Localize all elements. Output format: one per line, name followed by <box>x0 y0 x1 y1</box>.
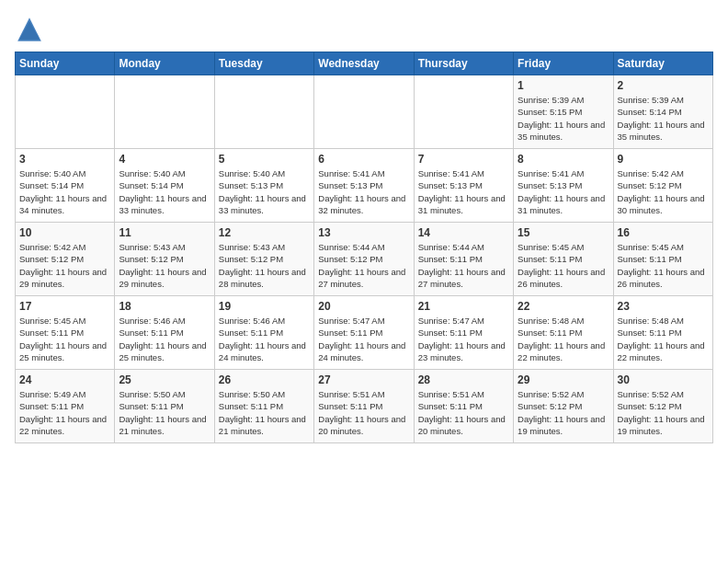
day-info: Sunrise: 5:48 AM Sunset: 5:11 PM Dayligh… <box>618 315 709 363</box>
calendar-cell: 26Sunrise: 5:50 AM Sunset: 5:11 PM Dayli… <box>214 370 313 443</box>
day-number: 4 <box>119 153 210 166</box>
calendar-cell <box>16 75 115 149</box>
calendar-cell: 13Sunrise: 5:44 AM Sunset: 5:12 PM Dayli… <box>314 223 414 296</box>
day-number: 6 <box>318 153 409 166</box>
logo <box>15 15 48 44</box>
day-info: Sunrise: 5:41 AM Sunset: 5:13 PM Dayligh… <box>418 167 509 216</box>
week-row-5: 24Sunrise: 5:49 AM Sunset: 5:11 PM Dayli… <box>16 370 713 443</box>
day-number: 29 <box>518 373 609 386</box>
calendar-cell: 6Sunrise: 5:41 AM Sunset: 5:13 PM Daylig… <box>314 149 414 223</box>
day-info: Sunrise: 5:39 AM Sunset: 5:15 PM Dayligh… <box>518 94 609 143</box>
calendar-cell: 12Sunrise: 5:43 AM Sunset: 5:12 PM Dayli… <box>214 223 313 296</box>
calendar-cell: 19Sunrise: 5:46 AM Sunset: 5:11 PM Dayli… <box>214 296 313 370</box>
column-header-friday: Friday <box>514 52 613 75</box>
calendar-cell: 21Sunrise: 5:47 AM Sunset: 5:11 PM Dayli… <box>414 296 513 370</box>
calendar-cell: 29Sunrise: 5:52 AM Sunset: 5:12 PM Dayli… <box>514 370 613 443</box>
calendar-cell: 11Sunrise: 5:43 AM Sunset: 5:12 PM Dayli… <box>115 223 214 296</box>
day-info: Sunrise: 5:44 AM Sunset: 5:12 PM Dayligh… <box>318 241 409 290</box>
column-header-sunday: Sunday <box>16 52 115 75</box>
day-number: 8 <box>518 153 609 166</box>
day-number: 21 <box>418 300 509 313</box>
day-info: Sunrise: 5:46 AM Sunset: 5:11 PM Dayligh… <box>219 315 310 363</box>
calendar-cell: 25Sunrise: 5:50 AM Sunset: 5:11 PM Dayli… <box>115 370 214 443</box>
week-row-2: 3Sunrise: 5:40 AM Sunset: 5:14 PM Daylig… <box>16 149 713 223</box>
day-info: Sunrise: 5:49 AM Sunset: 5:11 PM Dayligh… <box>19 388 110 437</box>
day-number: 2 <box>618 79 709 92</box>
calendar-cell <box>414 75 513 149</box>
day-info: Sunrise: 5:52 AM Sunset: 5:12 PM Dayligh… <box>618 388 709 437</box>
day-info: Sunrise: 5:42 AM Sunset: 5:12 PM Dayligh… <box>19 241 110 290</box>
calendar-cell: 3Sunrise: 5:40 AM Sunset: 5:14 PM Daylig… <box>16 149 115 223</box>
day-number: 28 <box>418 373 509 386</box>
day-info: Sunrise: 5:41 AM Sunset: 5:13 PM Dayligh… <box>518 167 609 216</box>
day-number: 24 <box>19 373 110 386</box>
calendar-cell: 14Sunrise: 5:44 AM Sunset: 5:11 PM Dayli… <box>414 223 513 296</box>
calendar-cell: 7Sunrise: 5:41 AM Sunset: 5:13 PM Daylig… <box>414 149 513 223</box>
calendar-cell: 23Sunrise: 5:48 AM Sunset: 5:11 PM Dayli… <box>613 296 712 370</box>
day-number: 20 <box>318 300 409 313</box>
day-info: Sunrise: 5:52 AM Sunset: 5:12 PM Dayligh… <box>518 388 609 437</box>
calendar-cell <box>115 75 214 149</box>
day-info: Sunrise: 5:45 AM Sunset: 5:11 PM Dayligh… <box>19 315 110 363</box>
day-number: 5 <box>219 153 310 166</box>
calendar-table: SundayMondayTuesdayWednesdayThursdayFrid… <box>15 52 713 443</box>
day-info: Sunrise: 5:42 AM Sunset: 5:12 PM Dayligh… <box>618 167 709 216</box>
day-number: 13 <box>318 226 409 239</box>
day-number: 26 <box>219 373 310 386</box>
day-info: Sunrise: 5:50 AM Sunset: 5:11 PM Dayligh… <box>119 388 210 437</box>
column-header-saturday: Saturday <box>613 52 712 75</box>
day-number: 16 <box>618 226 709 239</box>
day-info: Sunrise: 5:44 AM Sunset: 5:11 PM Dayligh… <box>418 241 509 290</box>
page-header <box>15 15 713 44</box>
day-info: Sunrise: 5:40 AM Sunset: 5:14 PM Dayligh… <box>19 167 110 216</box>
day-number: 22 <box>518 300 609 313</box>
day-number: 7 <box>418 153 509 166</box>
calendar-cell: 1Sunrise: 5:39 AM Sunset: 5:15 PM Daylig… <box>514 75 613 149</box>
day-number: 17 <box>19 300 110 313</box>
day-info: Sunrise: 5:47 AM Sunset: 5:11 PM Dayligh… <box>418 315 509 363</box>
day-info: Sunrise: 5:39 AM Sunset: 5:14 PM Dayligh… <box>618 94 709 143</box>
calendar-cell: 5Sunrise: 5:40 AM Sunset: 5:13 PM Daylig… <box>214 149 313 223</box>
column-header-monday: Monday <box>115 52 214 75</box>
svg-marker-1 <box>19 20 40 40</box>
day-info: Sunrise: 5:43 AM Sunset: 5:12 PM Dayligh… <box>119 241 210 290</box>
calendar-header-row: SundayMondayTuesdayWednesdayThursdayFrid… <box>16 52 713 75</box>
day-number: 10 <box>19 226 110 239</box>
day-info: Sunrise: 5:41 AM Sunset: 5:13 PM Dayligh… <box>318 167 409 216</box>
calendar-cell <box>214 75 313 149</box>
day-info: Sunrise: 5:51 AM Sunset: 5:11 PM Dayligh… <box>318 388 409 437</box>
calendar-cell: 16Sunrise: 5:45 AM Sunset: 5:11 PM Dayli… <box>613 223 712 296</box>
calendar-cell: 30Sunrise: 5:52 AM Sunset: 5:12 PM Dayli… <box>613 370 712 443</box>
day-number: 11 <box>119 226 210 239</box>
day-number: 18 <box>119 300 210 313</box>
calendar-cell: 2Sunrise: 5:39 AM Sunset: 5:14 PM Daylig… <box>613 75 712 149</box>
day-number: 1 <box>518 79 609 92</box>
day-number: 9 <box>618 153 709 166</box>
day-number: 3 <box>19 153 110 166</box>
calendar-cell: 17Sunrise: 5:45 AM Sunset: 5:11 PM Dayli… <box>16 296 115 370</box>
day-number: 12 <box>219 226 310 239</box>
day-number: 14 <box>418 226 509 239</box>
calendar-cell: 18Sunrise: 5:46 AM Sunset: 5:11 PM Dayli… <box>115 296 214 370</box>
column-header-thursday: Thursday <box>414 52 513 75</box>
day-info: Sunrise: 5:48 AM Sunset: 5:11 PM Dayligh… <box>518 315 609 363</box>
day-info: Sunrise: 5:43 AM Sunset: 5:12 PM Dayligh… <box>219 241 310 290</box>
day-number: 23 <box>618 300 709 313</box>
calendar-cell <box>314 75 414 149</box>
day-info: Sunrise: 5:40 AM Sunset: 5:13 PM Dayligh… <box>219 167 310 216</box>
calendar-cell: 20Sunrise: 5:47 AM Sunset: 5:11 PM Dayli… <box>314 296 414 370</box>
day-info: Sunrise: 5:46 AM Sunset: 5:11 PM Dayligh… <box>119 315 210 363</box>
column-header-wednesday: Wednesday <box>314 52 414 75</box>
day-number: 25 <box>119 373 210 386</box>
column-header-tuesday: Tuesday <box>214 52 313 75</box>
day-info: Sunrise: 5:40 AM Sunset: 5:14 PM Dayligh… <box>119 167 210 216</box>
week-row-1: 1Sunrise: 5:39 AM Sunset: 5:15 PM Daylig… <box>16 75 713 149</box>
logo-icon <box>15 15 44 44</box>
week-row-4: 17Sunrise: 5:45 AM Sunset: 5:11 PM Dayli… <box>16 296 713 370</box>
calendar-cell: 27Sunrise: 5:51 AM Sunset: 5:11 PM Dayli… <box>314 370 414 443</box>
calendar-cell: 8Sunrise: 5:41 AM Sunset: 5:13 PM Daylig… <box>514 149 613 223</box>
calendar-cell: 4Sunrise: 5:40 AM Sunset: 5:14 PM Daylig… <box>115 149 214 223</box>
calendar-cell: 28Sunrise: 5:51 AM Sunset: 5:11 PM Dayli… <box>414 370 513 443</box>
calendar-cell: 22Sunrise: 5:48 AM Sunset: 5:11 PM Dayli… <box>514 296 613 370</box>
calendar-body: 1Sunrise: 5:39 AM Sunset: 5:15 PM Daylig… <box>16 75 713 443</box>
